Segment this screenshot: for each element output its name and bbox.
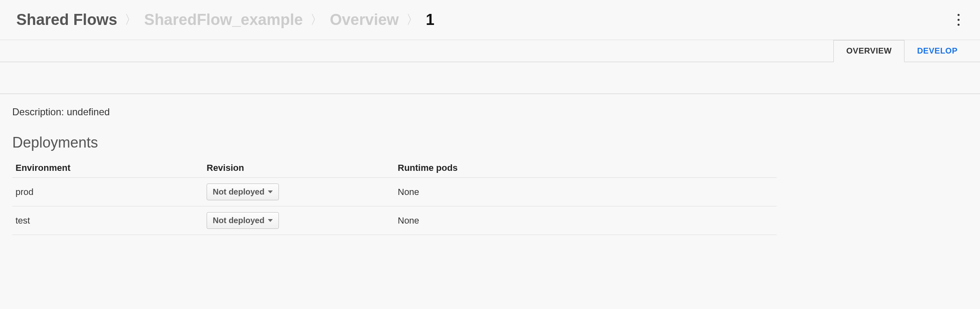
chevron-right-icon: 〉 (310, 11, 323, 28)
chevron-right-icon: 〉 (125, 11, 137, 28)
revision-dropdown[interactable]: Not deployed (207, 212, 279, 229)
cell-runtime-pods: None (394, 178, 777, 206)
deployments-title: Deployments (12, 134, 968, 151)
tab-develop[interactable]: DEVELOP (904, 40, 970, 62)
revision-dropdown[interactable]: Not deployed (207, 184, 279, 200)
breadcrumb-overview[interactable]: Overview (330, 11, 399, 29)
table-row: prod Not deployed None (12, 178, 777, 206)
cell-runtime-pods: None (394, 206, 777, 235)
description: Description: undefined (12, 106, 968, 118)
column-environment: Environment (12, 159, 203, 178)
more-menu-icon[interactable] (953, 10, 964, 30)
revision-label: Not deployed (213, 216, 265, 225)
description-value: undefined (67, 106, 109, 117)
table-row: test Not deployed None (12, 206, 777, 235)
column-runtime-pods: Runtime pods (394, 159, 777, 178)
cell-environment: test (12, 206, 203, 235)
breadcrumb: Shared Flows 〉 SharedFlow_example 〉 Over… (16, 11, 434, 29)
breadcrumb-flow-name[interactable]: SharedFlow_example (144, 11, 303, 29)
description-label: Description: (12, 106, 64, 117)
column-revision: Revision (203, 159, 394, 178)
breadcrumb-revision: 1 (426, 11, 434, 29)
chevron-right-icon: 〉 (406, 11, 419, 28)
toolbar-band (0, 62, 980, 94)
breadcrumb-shared-flows[interactable]: Shared Flows (16, 11, 117, 29)
tab-overview[interactable]: OVERVIEW (833, 40, 904, 62)
deployments-table: Environment Revision Runtime pods prod N… (12, 159, 777, 235)
caret-down-icon (268, 219, 273, 222)
caret-down-icon (268, 190, 273, 193)
revision-label: Not deployed (213, 187, 265, 197)
tabs: OVERVIEW DEVELOP (0, 40, 980, 62)
cell-environment: prod (12, 178, 203, 206)
